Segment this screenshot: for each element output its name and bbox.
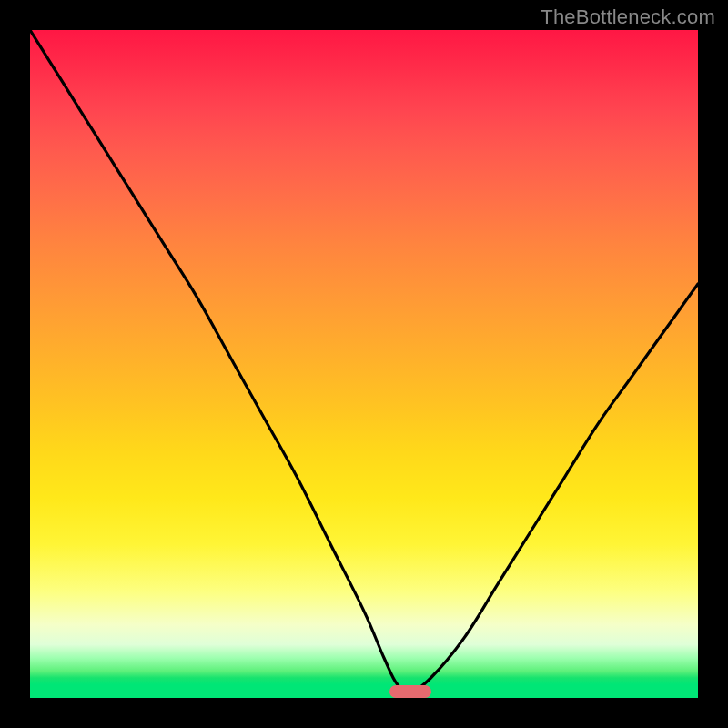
bottleneck-curve (30, 30, 698, 698)
optimum-marker (389, 685, 431, 698)
watermark-text: TheBottleneck.com (541, 5, 715, 29)
plot-area (30, 30, 698, 698)
chart-frame: TheBottleneck.com (0, 0, 728, 728)
